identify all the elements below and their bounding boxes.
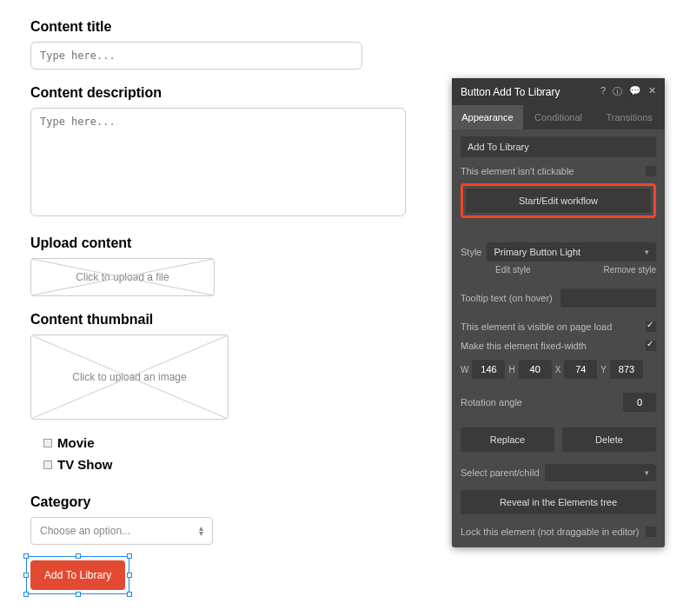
inspector-panel[interactable]: Button Add To Library ? ⓘ 💬 ✕ Appearance… xyxy=(452,78,665,547)
start-edit-workflow-button[interactable]: Start/Edit workflow xyxy=(466,189,651,213)
checkbox-tvshow-row[interactable]: TV Show xyxy=(43,457,413,472)
resize-handle[interactable] xyxy=(76,592,81,597)
edit-style-link[interactable]: Edit style xyxy=(495,265,531,275)
add-button-selection[interactable]: Add To Library xyxy=(30,560,125,590)
remove-style-link[interactable]: Remove style xyxy=(603,265,656,275)
content-desc-label: Content description xyxy=(30,85,413,101)
fixedwidth-label: Make this element fixed-width xyxy=(461,341,587,351)
reveal-button[interactable]: Reveal in the Elements tree xyxy=(461,490,656,514)
category-placeholder: Choose an option... xyxy=(40,525,130,537)
inspector-body: This element isn't clickable Start/Edit … xyxy=(452,129,665,547)
replace-button[interactable]: Replace xyxy=(461,427,554,452)
thumbnail-box[interactable]: Click to upload an image xyxy=(30,334,229,420)
style-label: Style xyxy=(461,247,481,257)
x-label: X xyxy=(555,365,561,374)
select-parent-dropdown[interactable] xyxy=(545,464,657,481)
resize-handle[interactable] xyxy=(23,573,29,578)
info-icon[interactable]: ⓘ xyxy=(613,85,622,98)
category-select[interactable]: Choose an option... ▴▾ xyxy=(30,517,213,545)
tab-conditional[interactable]: Conditional xyxy=(523,105,594,129)
thumbnail-label: Content thumbnail xyxy=(30,312,413,328)
h-label: H xyxy=(508,365,514,374)
checkbox-tvshow[interactable] xyxy=(43,460,52,469)
content-desc-input[interactable] xyxy=(30,108,406,216)
x-input[interactable] xyxy=(564,360,597,379)
inspector-title: Button Add To Library xyxy=(461,86,560,98)
tooltip-input[interactable] xyxy=(560,288,656,308)
y-label: Y xyxy=(600,365,607,374)
dimensions-row: W H X Y xyxy=(461,360,656,379)
w-label: W xyxy=(461,365,468,374)
upload-content-text: Click to upload a file xyxy=(76,271,169,283)
checkbox-movie-label: Movie xyxy=(57,435,95,450)
close-icon[interactable]: ✕ xyxy=(648,85,656,98)
visible-checkbox[interactable] xyxy=(646,321,656,332)
h-input[interactable] xyxy=(519,360,552,379)
select-arrows-icon: ▴▾ xyxy=(199,526,203,536)
help-icon[interactable]: ? xyxy=(600,85,606,98)
delete-button[interactable]: Delete xyxy=(562,427,656,452)
inspector-tabs: Appearance Conditional Transitions xyxy=(452,105,665,129)
w-input[interactable] xyxy=(472,360,505,379)
checkbox-movie[interactable] xyxy=(43,439,52,447)
content-title-input[interactable] xyxy=(30,42,362,70)
workflow-highlight: Start/Edit workflow xyxy=(461,183,656,218)
upload-content-label: Upload content xyxy=(30,235,413,251)
resize-handle[interactable] xyxy=(23,592,29,597)
lock-label: Lock this element (not draggable in edit… xyxy=(461,527,639,537)
comment-icon[interactable]: 💬 xyxy=(629,85,641,98)
y-input[interactable] xyxy=(610,360,643,379)
tab-transitions[interactable]: Transitions xyxy=(593,105,665,129)
style-value: Primary Button Light xyxy=(494,247,580,257)
rotation-input[interactable] xyxy=(623,393,656,412)
not-clickable-checkbox[interactable] xyxy=(646,166,656,176)
tooltip-label: Tooltip text (on hover) xyxy=(461,293,553,303)
selection-outline xyxy=(26,556,129,594)
form-area: Content title Content description Upload… xyxy=(30,19,413,590)
resize-handle[interactable] xyxy=(127,573,132,578)
resize-handle[interactable] xyxy=(127,592,132,597)
resize-handle[interactable] xyxy=(127,553,132,559)
tab-appearance[interactable]: Appearance xyxy=(452,105,523,129)
inspector-header-icons: ? ⓘ 💬 ✕ xyxy=(600,85,656,98)
lock-checkbox[interactable] xyxy=(646,527,656,537)
content-title-label: Content title xyxy=(30,19,413,35)
resize-handle[interactable] xyxy=(23,553,29,559)
inspector-header[interactable]: Button Add To Library ? ⓘ 💬 ✕ xyxy=(452,78,665,105)
not-clickable-label: This element isn't clickable xyxy=(461,166,574,176)
checkbox-tvshow-label: TV Show xyxy=(57,457,112,472)
select-parent-label: Select parent/child xyxy=(461,467,540,478)
category-label: Category xyxy=(30,494,413,510)
style-select[interactable]: Primary Button Light xyxy=(487,242,656,262)
thumbnail-text: Click to upload an image xyxy=(72,371,186,383)
checkbox-movie-row[interactable]: Movie xyxy=(43,435,413,450)
upload-content-box[interactable]: Click to upload a file xyxy=(30,258,215,296)
visible-label: This element is visible on page load xyxy=(461,321,612,332)
fixedwidth-checkbox[interactable] xyxy=(646,341,656,351)
element-label-input[interactable] xyxy=(461,136,656,157)
rotation-label: Rotation angle xyxy=(461,397,522,407)
resize-handle[interactable] xyxy=(76,553,81,559)
